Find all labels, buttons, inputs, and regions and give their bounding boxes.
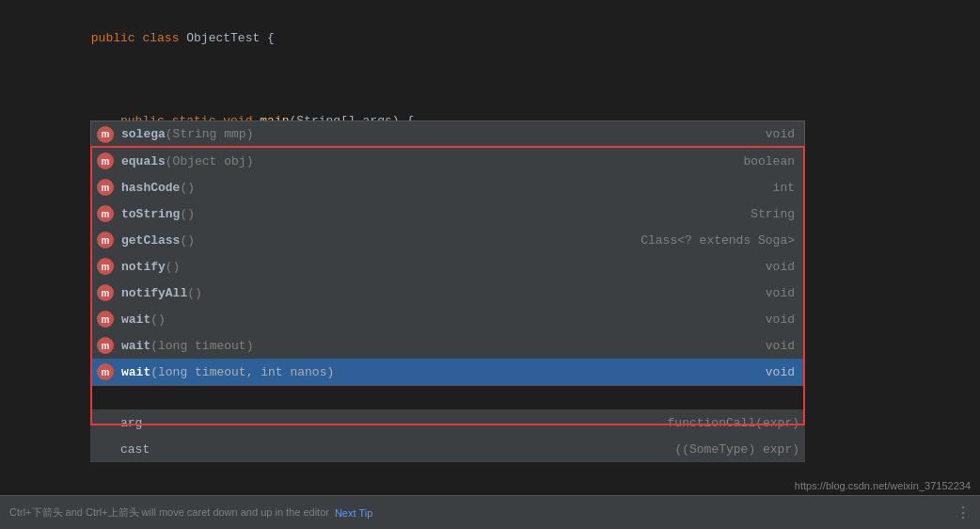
method-name: toString() [121, 207, 751, 221]
autocomplete-item-notify[interactable]: m notify() void [91, 253, 804, 280]
method-name: wait(long timeout, int nanos) [121, 365, 766, 379]
method-name: solega(String mmp) [121, 127, 766, 141]
return-type: boolean [743, 154, 798, 168]
method-icon: m [97, 205, 114, 222]
autocomplete-item-wait3[interactable]: m wait(long timeout, int nanos) void [91, 359, 804, 385]
autocomplete-popup[interactable]: m solega(String mmp) void m equals(Objec… [90, 120, 805, 386]
method-name: equals(Object obj) [121, 154, 743, 168]
method-icon: m [97, 258, 114, 275]
extra-item-name: arg [96, 416, 668, 430]
method-name: hashCode() [121, 181, 773, 195]
method-name: notify() [121, 260, 766, 274]
return-type: void [766, 339, 798, 353]
status-dots-button[interactable]: ⋮ [956, 504, 971, 522]
return-type: Class<? extends Soga> [640, 233, 798, 248]
method-icon: m [97, 284, 114, 301]
autocomplete-item-tostring[interactable]: m toString() String [91, 200, 804, 227]
status-hint-text: Ctrl+下箭头 and Ctrl+上箭头 will move caret do… [9, 505, 329, 520]
extra-item-cast[interactable]: cast ((SomeType) expr) [90, 436, 805, 462]
method-icon: m [97, 126, 114, 143]
status-bar: Ctrl+下箭头 and Ctrl+上箭头 will move caret do… [0, 495, 980, 529]
method-icon: m [97, 363, 114, 380]
autocomplete-item-getclass[interactable]: m getClass() Class<? extends Soga> [91, 227, 804, 253]
return-type: void [766, 313, 798, 327]
method-icon: m [97, 179, 114, 196]
next-tip-button[interactable]: Next Tip [335, 507, 372, 519]
return-type: void [766, 127, 798, 141]
return-type: void [766, 365, 798, 379]
autocomplete-item-solega[interactable]: m solega(String mmp) void [91, 121, 804, 148]
method-name: wait(long timeout) [121, 339, 766, 353]
watermark: https://blog.csdn.net/weixin_37152234 [795, 480, 971, 491]
method-icon: m [97, 232, 114, 248]
return-type: int [773, 181, 798, 195]
method-name: notifyAll() [121, 286, 766, 300]
method-name: getClass() [121, 233, 640, 248]
code-line-2 [47, 70, 980, 90]
autocomplete-item-notifyall[interactable]: m notifyAll() void [91, 280, 804, 306]
extra-item-arg[interactable]: arg functionCall(expr) [90, 409, 805, 436]
return-type: void [766, 286, 798, 300]
extra-item-type: functionCall(expr) [668, 416, 799, 430]
autocomplete-item-wait1[interactable]: m wait() void [91, 306, 804, 332]
autocomplete-item-wait2[interactable]: m wait(long timeout) void [91, 332, 804, 359]
extra-item-type: ((SomeType) expr) [674, 442, 799, 457]
method-icon: m [97, 311, 114, 328]
extra-items-area: arg functionCall(expr) cast ((SomeType) … [90, 409, 805, 462]
autocomplete-item-hashcode[interactable]: m hashCode() int [91, 174, 804, 200]
editor-area: public class ObjectTest { public static … [0, 0, 980, 529]
method-icon: m [97, 337, 114, 354]
return-type: void [766, 260, 798, 274]
method-icon: m [97, 152, 114, 169]
extra-item-name: cast [96, 442, 674, 457]
method-name: wait() [121, 313, 766, 327]
return-type: String [751, 207, 798, 221]
autocomplete-item-equals[interactable]: m equals(Object obj) boolean [91, 148, 804, 174]
code-line-1: public class ObjectTest { [47, 8, 980, 70]
